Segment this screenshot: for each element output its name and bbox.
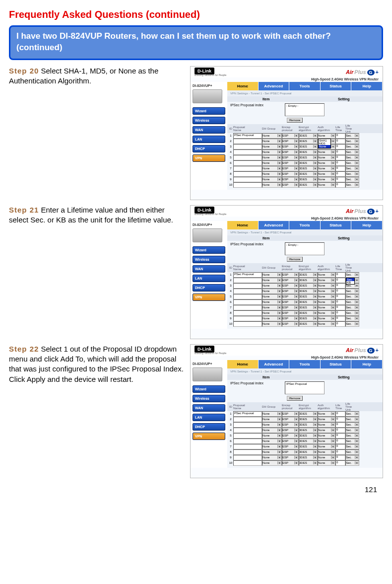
text-input[interactable]: [233, 177, 262, 182]
select-field[interactable]: None▾: [262, 177, 282, 182]
select-field[interactable]: None▾: [318, 272, 335, 278]
select-field[interactable]: None▾: [318, 171, 335, 177]
text-input[interactable]: 0: [335, 417, 345, 422]
text-input[interactable]: [233, 444, 262, 449]
remove-button[interactable]: Remove: [287, 257, 303, 262]
text-input[interactable]: 0: [335, 177, 345, 182]
select-field[interactable]: Sec.▾: [345, 455, 359, 460]
text-input[interactable]: [233, 428, 262, 433]
text-input[interactable]: [233, 278, 262, 283]
select-field[interactable]: None▾: [262, 299, 282, 305]
select-field[interactable]: Sec.▾: [345, 139, 359, 144]
select-field[interactable]: Sec.▾: [345, 433, 359, 438]
tab-tools[interactable]: Tools: [289, 221, 321, 229]
tab-home[interactable]: Home: [227, 221, 259, 229]
select-field[interactable]: Sec.▾: [345, 316, 359, 321]
select-field[interactable]: ESP▾: [282, 289, 299, 294]
select-field[interactable]: Sec.▾: [345, 417, 359, 422]
select-field[interactable]: Sec.▾: [345, 305, 359, 310]
text-input[interactable]: 0: [335, 422, 345, 428]
select-field[interactable]: 3DES▾: [299, 310, 318, 316]
select-field[interactable]: Sec.▾: [345, 310, 359, 316]
select-field[interactable]: 3DES▾: [299, 422, 318, 428]
select-field[interactable]: Sec.▾: [345, 444, 359, 449]
select-field[interactable]: ESP▾: [282, 428, 299, 433]
select-field[interactable]: None▾: [262, 305, 282, 310]
ipsec-index-box[interactable]: - Empty -: [285, 103, 325, 116]
select-field[interactable]: Sec.▾: [345, 449, 359, 455]
select-field[interactable]: 3DES▾: [299, 182, 318, 188]
text-input[interactable]: 0: [335, 433, 345, 438]
select-field[interactable]: Sec.▾: [345, 422, 359, 428]
text-input[interactable]: [233, 294, 262, 299]
select-field[interactable]: 3DES▾: [299, 428, 318, 433]
select-field[interactable]: None▾: [318, 411, 335, 417]
select-field[interactable]: Sec.▾: [345, 166, 359, 171]
select-field[interactable]: None▾: [318, 155, 335, 160]
select-field[interactable]: None▾: [262, 422, 282, 428]
text-input[interactable]: [233, 182, 262, 188]
text-input[interactable]: 0: [335, 149, 345, 155]
select-field[interactable]: None▾: [262, 139, 282, 144]
select-field[interactable]: None▾: [318, 283, 335, 289]
nav-lan[interactable]: LAN: [193, 275, 225, 282]
select-field[interactable]: None▾: [262, 455, 282, 460]
nav-wireless[interactable]: Wireless: [193, 395, 225, 402]
text-input[interactable]: [233, 316, 262, 321]
text-input[interactable]: 0: [335, 310, 345, 316]
select-field[interactable]: Sec.▾: [345, 133, 359, 139]
select-field[interactable]: None▾: [318, 149, 335, 155]
select-field[interactable]: None▾: [262, 438, 282, 444]
tab-status[interactable]: Status: [321, 360, 352, 368]
select-field[interactable]: None▾: [262, 171, 282, 177]
nav-wan[interactable]: WAN: [193, 265, 225, 273]
text-input[interactable]: 0: [335, 305, 345, 310]
select-field[interactable]: None▾: [262, 316, 282, 321]
select-field[interactable]: Sec.▾: [345, 411, 359, 417]
select-field[interactable]: Sec.▾: [345, 428, 359, 433]
select-field[interactable]: None▾: [262, 444, 282, 449]
text-input[interactable]: PSec Proposal: [233, 411, 262, 417]
nav-dhcp[interactable]: DHCP: [193, 423, 225, 431]
select-field[interactable]: None▾: [318, 444, 335, 449]
select-field[interactable]: ESP▾: [282, 160, 299, 166]
select-field[interactable]: ESP▾: [282, 321, 299, 327]
select-field[interactable]: 3DES▾: [299, 455, 318, 460]
nav-vpn[interactable]: VPN: [193, 433, 225, 440]
text-input[interactable]: [233, 149, 262, 155]
remove-button[interactable]: Remove: [287, 396, 303, 401]
select-field[interactable]: ESP▾: [282, 460, 299, 466]
select-field[interactable]: None▾: [262, 166, 282, 171]
select-field[interactable]: None▾: [262, 310, 282, 316]
text-input[interactable]: 0: [335, 289, 345, 294]
select-field[interactable]: 3DES▾: [299, 433, 318, 438]
select-field[interactable]: None▾: [318, 299, 335, 305]
select-field[interactable]: 3DES▾: [299, 278, 318, 283]
text-input[interactable]: 0: [335, 321, 345, 327]
nav-wizard[interactable]: Wizard: [193, 385, 225, 393]
text-input[interactable]: 0: [335, 139, 345, 144]
select-field[interactable]: Sec.▾: [345, 177, 359, 182]
select-field[interactable]: None▾SHA1MD5None: [318, 133, 335, 139]
select-field[interactable]: None▾: [318, 278, 335, 283]
text-input[interactable]: 0: [335, 272, 345, 278]
select-field[interactable]: 3DES▾: [299, 316, 318, 321]
text-input[interactable]: 0: [335, 166, 345, 171]
select-field[interactable]: None▾: [318, 455, 335, 460]
text-input[interactable]: 0: [335, 171, 345, 177]
select-field[interactable]: ESP▾: [282, 171, 299, 177]
text-input[interactable]: [233, 422, 262, 428]
select-field[interactable]: Sec.▾: [345, 460, 359, 466]
select-field[interactable]: ESP▾: [282, 272, 299, 278]
select-field[interactable]: Sec.▾: [345, 438, 359, 444]
tab-advanced[interactable]: Advanced: [259, 82, 290, 90]
select-field[interactable]: None▾: [262, 133, 282, 139]
text-input[interactable]: [233, 460, 262, 466]
select-field[interactable]: Sec.▾: [345, 182, 359, 188]
text-input[interactable]: [233, 144, 262, 149]
text-input[interactable]: 0: [335, 444, 345, 449]
select-field[interactable]: None▾: [262, 144, 282, 149]
text-input[interactable]: 0: [335, 294, 345, 299]
select-field[interactable]: 3DES▾: [299, 460, 318, 466]
nav-vpn[interactable]: VPN: [193, 154, 225, 162]
